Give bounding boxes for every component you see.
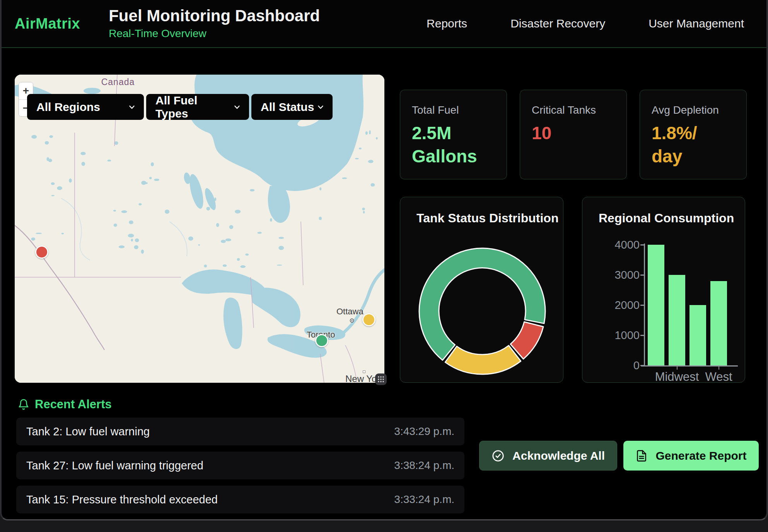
y-tick-mark [640,335,644,336]
check-circle-icon [492,449,505,462]
alert-timestamp: 3:38:24 p.m. [394,459,454,472]
stat-card-avg-depletion: Avg Depletion 1.8%/ day [640,90,747,179]
y-tick-label: 2000 [597,299,640,311]
bar [710,281,727,365]
y-tick-label: 1000 [597,329,640,341]
bar [648,245,664,365]
stat-card-critical-tanks: Critical Tanks 10 [520,90,627,179]
nav-user-management[interactable]: User Management [649,17,744,30]
alert-message: Tank 27: Low fuel warning triggered [26,459,203,472]
tank-status-card: Tank Status Distribution [400,197,563,383]
document-icon [635,450,648,462]
stat-value: 10 [532,122,615,145]
y-tick-mark [640,305,644,306]
bar [669,275,685,365]
stat-card-total-fuel: Total Fuel 2.5M Gallons [400,90,507,179]
y-tick-label: 4000 [597,239,640,251]
y-tick-mark [640,275,644,276]
alert-message: Tank 15: Pressure threshold exceeded [26,493,218,506]
town-symbol-new-york [363,370,365,373]
alert-row: Tank 15: Pressure threshold exceeded 3:3… [16,486,464,513]
y-tick-mark [640,244,644,246]
alert-row: Tank 27: Low fuel warning triggered 3:38… [16,452,464,479]
x-tick-mark [677,366,678,370]
page-subtitle: Real-Time Overview [109,27,320,40]
bell-icon [18,399,29,410]
chevron-down-icon [128,103,136,111]
alerts-title: Recent Alerts [35,397,112,411]
stat-value: 2.5M Gallons [412,122,495,168]
chevron-down-icon [316,103,325,111]
page-title: Fuel Monitoring Dashboard [109,7,320,24]
x-axis-line [641,365,738,367]
filter-status-select[interactable]: All Status [251,94,333,120]
filter-regions-select[interactable]: All Regions [27,94,144,120]
filter-regions-value: All Regions [36,101,100,114]
stat-label: Total Fuel [412,104,495,116]
alert-row: Tank 2: Low fuel warning 3:43:29 p.m. [16,418,464,445]
alert-message: Tank 2: Low fuel warning [26,425,150,438]
stat-value: 1.8%/ day [652,122,735,168]
title-block: Fuel Monitoring Dashboard Real-Time Over… [109,7,320,39]
stat-label: Avg Depletion [652,104,735,116]
alert-timestamp: 3:33:24 p.m. [394,493,454,506]
regional-consumption-card: Regional Consumption 01000200030004000Mi… [582,197,745,383]
grip-dots-icon [377,375,385,384]
main-nav: Reports Disaster Recovery User Managemen… [427,17,744,30]
map-marker-warning[interactable] [362,313,375,326]
map-label-ottawa: Ottawa [336,307,364,317]
x-tick-mark [719,366,720,370]
alerts-header: Recent Alerts [18,397,112,411]
acknowledge-all-button[interactable]: Acknowledge All [479,441,617,471]
nav-disaster-recovery[interactable]: Disaster Recovery [510,17,605,30]
filter-fuel-types-value: All Fuel Types [155,94,233,120]
x-tick-label: West [684,370,754,384]
acknowledge-all-label: Acknowledge All [512,449,605,462]
stat-label: Critical Tanks [532,104,615,116]
donut-segment-warning [445,346,521,374]
y-tick-mark [640,365,644,366]
bar-chart: 01000200030004000MidwestWest [582,197,745,382]
y-tick-label: 3000 [597,269,640,281]
alert-timestamp: 3:43:29 p.m. [394,425,454,438]
donut-chart [400,197,564,383]
filter-status-value: All Status [261,101,314,114]
map-label-canada: Canada [93,77,143,87]
y-axis-line [644,244,645,366]
y-tick-label: 0 [597,360,640,371]
header: AirMatrix Fuel Monitoring Dashboard Real… [2,0,766,48]
bar [689,305,706,365]
filter-fuel-types-select[interactable]: All Fuel Types [146,94,249,120]
generate-report-button[interactable]: Generate Report [623,441,759,471]
map-resize-handle[interactable] [375,373,387,385]
nav-reports[interactable]: Reports [427,17,467,30]
chevron-down-icon [233,103,241,111]
town-symbol-ottawa [350,318,354,323]
dashboard-root: AirMatrix Fuel Monitoring Dashboard Real… [0,0,768,520]
map-marker-normal[interactable] [315,334,328,347]
map-panel[interactable]: Canada Ottawa Toronto New York + − All R… [15,75,384,383]
generate-report-label: Generate Report [655,449,746,462]
map-marker-critical[interactable] [35,246,48,259]
app-logo: AirMatrix [15,15,80,32]
